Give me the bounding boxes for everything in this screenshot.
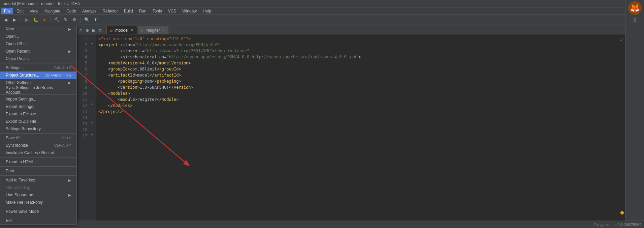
menu-help[interactable]: Help — [200, 8, 214, 14]
toolbar-sep3 — [80, 17, 81, 23]
tab-icon-sync[interactable]: ↻ — [78, 28, 84, 33]
tab-resgiter-icon: m — [141, 28, 144, 32]
menu-item-file-encoding: File Encoding — [0, 184, 76, 191]
code-content[interactable]: <?xml version="1.0" encoding="UTF-8"?> <… — [96, 34, 640, 228]
menu-run[interactable]: Run — [136, 8, 149, 14]
toolbar-build[interactable]: 🔨 — [53, 16, 61, 24]
tab-icon-split[interactable]: ⊞ — [91, 28, 96, 33]
toolbar-debug[interactable]: 🐛 — [32, 16, 39, 24]
menu-item-label: Settings... — [6, 65, 24, 70]
status-indicator — [620, 211, 624, 215]
menu-item-label: Power Save Mode — [6, 209, 39, 214]
tab-moodel-icon: m — [110, 28, 113, 32]
tab-resgiter[interactable]: m resgiter ✕ — [138, 26, 168, 34]
menu-item-project-structure---[interactable]: Project Structure...Ctrl+Alt+Shift+S — [0, 72, 76, 79]
title-text: moodel [E:\moodel] - moodel - IntelliJ I… — [3, 1, 80, 6]
tab-moodel[interactable]: m moodel ✕ — [106, 26, 137, 34]
menu-window[interactable]: Window — [180, 8, 199, 14]
menu-refactor[interactable]: Refactor — [100, 8, 121, 14]
tab-bar: ↻ ⊕ ⊞ ⚙ m moodel ✕ m resgiter ✕ — [77, 25, 644, 34]
menu-item-settings-repository---[interactable]: Settings Repository... — [0, 125, 76, 133]
menu-file[interactable]: File — [1, 8, 13, 14]
menu-item-label: Open Recent — [6, 49, 30, 54]
tab-icon-gear[interactable]: ⚙ — [97, 28, 103, 33]
menu-item-label: Synchronize — [6, 143, 28, 148]
tab-resgiter-close[interactable]: ✕ — [162, 28, 165, 32]
toolbar-run[interactable]: ▶ — [23, 16, 31, 24]
menu-item-arrow: ▶ — [68, 50, 71, 53]
menu-item-import-settings---[interactable]: Import Settings... — [0, 95, 76, 103]
toolbar-sep1 — [21, 17, 21, 23]
toolbar-sync[interactable]: ↻ — [62, 16, 69, 24]
menu-view[interactable]: View — [27, 8, 41, 14]
code-editor: 12345 678910 1112131415 1617 ▼ ▼ ▼ ▼ <?x… — [77, 34, 644, 228]
menu-separator — [0, 175, 76, 176]
menu-item-label: Other Settings — [6, 80, 32, 85]
menu-item-print---[interactable]: Print... — [0, 167, 76, 175]
menu-item-export-to-eclipse---[interactable]: Export to Eclipse... — [0, 110, 76, 118]
toolbar-vcs[interactable]: ⬆ — [92, 16, 99, 24]
menu-item-arrow: ▶ — [68, 178, 71, 182]
toolbar-sep2 — [51, 17, 51, 23]
menu-item-new[interactable]: New▶ — [0, 25, 76, 33]
left-panel: New▶Open...Open URL...Open Recent▶Close … — [0, 25, 77, 228]
toolbar-search[interactable]: 🔍 — [83, 16, 91, 24]
tab-icon-settings[interactable]: ⊕ — [85, 28, 90, 33]
gutter: ▼ ▼ ▼ ▼ — [90, 34, 96, 228]
toolbar-settings[interactable]: ⚙ — [71, 16, 78, 24]
menu-bar: File Edit View Navigate Code Analyze Ref… — [0, 7, 644, 15]
menu-item-open-recent[interactable]: Open Recent▶ — [0, 48, 76, 55]
menu-item-synchronize[interactable]: SynchronizeCtrl+Alt+Y — [0, 142, 76, 149]
avatar: 🦊 — [628, 1, 642, 15]
menu-item-shortcut: Ctrl+Alt+Y — [54, 143, 71, 147]
main-layout: New▶Open...Open URL...Open Recent▶Close … — [0, 25, 644, 228]
menu-navigate[interactable]: Navigate — [42, 8, 63, 14]
menu-tools[interactable]: Tools — [150, 8, 165, 14]
menu-item-close-project[interactable]: Close Project — [0, 55, 76, 62]
menu-item-label: Make File Read-only — [6, 200, 43, 205]
menu-item-label: Import Settings... — [6, 97, 36, 102]
menu-item-label: Settings Repository... — [6, 126, 44, 131]
toolbar-back[interactable]: ◀ — [2, 16, 9, 24]
status-right: //blog.csdn.net/a1406075864 — [593, 223, 641, 227]
menu-item-arrow: ▶ — [68, 27, 71, 31]
menu-vcs[interactable]: VCS — [165, 8, 179, 14]
menu-separator — [0, 216, 76, 216]
menu-item-add-to-favorites[interactable]: Add to Favorites▶ — [0, 176, 76, 184]
avatar-text: Attr — [633, 18, 637, 23]
editor-area: ↻ ⊕ ⊞ ⚙ m moodel ✕ m resgiter ✕ 12345 67… — [77, 25, 644, 228]
menu-edit[interactable]: Edit — [14, 8, 26, 14]
toolbar-stop[interactable]: ■ — [41, 16, 48, 24]
menu-item-arrow: ▶ — [68, 81, 71, 85]
menu-item-export-settings---[interactable]: Export Settings... — [0, 103, 76, 110]
menu-separator — [0, 157, 76, 158]
menu-item-invalidate-caches---restart---[interactable]: Invalidate Caches / Restart... — [0, 149, 76, 156]
menu-item-settings---[interactable]: Settings...Ctrl+Alt+S — [0, 64, 76, 72]
menu-build[interactable]: Build — [121, 8, 136, 14]
menu-item-label: Invalidate Caches / Restart... — [6, 150, 58, 155]
toolbar-forward[interactable]: ▶ — [11, 16, 18, 24]
menu-code[interactable]: Code — [64, 8, 79, 14]
menu-item-label: New — [6, 27, 14, 31]
menu-item-export-to-zip-file---[interactable]: Export to Zip File... — [0, 118, 76, 125]
toolbar: ◀ ▶ ▶ 🐛 ■ 🔨 ↻ ⚙ 🔍 ⬆ — [0, 15, 644, 25]
tab-moodel-close[interactable]: ✕ — [131, 28, 133, 32]
menu-item-power-save-mode[interactable]: Power Save Mode — [0, 208, 76, 215]
menu-item-save-all[interactable]: Save AllCtrl+S — [0, 134, 76, 142]
menu-item-shortcut: Ctrl+Alt+Shift+S — [44, 73, 71, 77]
menu-item-sync-settings-to-jetbrains-account---[interactable]: Sync Settings to JetBrains Account... — [0, 86, 76, 94]
menu-item-open-url---[interactable]: Open URL... — [0, 40, 76, 48]
menu-item-label: Export Settings... — [6, 104, 36, 109]
menu-item-label: Open... — [6, 34, 19, 39]
menu-item-line-separators[interactable]: Line Separators▶ — [0, 191, 76, 199]
menu-item-label: Line Separators — [6, 193, 34, 197]
menu-item-make-file-read-only[interactable]: Make File Read-only — [0, 199, 76, 206]
menu-item-open---[interactable]: Open... — [0, 33, 76, 40]
menu-separator — [0, 63, 76, 63]
menu-item-export-to-html---[interactable]: Export to HTML... — [0, 158, 76, 166]
menu-analyze[interactable]: Analyze — [79, 8, 99, 14]
menu-item-shortcut: Ctrl+S — [61, 136, 71, 140]
menu-item-exit[interactable]: Exit — [0, 217, 76, 224]
line-numbers: 12345 678910 1112131415 1617 — [77, 34, 90, 228]
menu-item-shortcut: Ctrl+Alt+S — [54, 66, 71, 70]
